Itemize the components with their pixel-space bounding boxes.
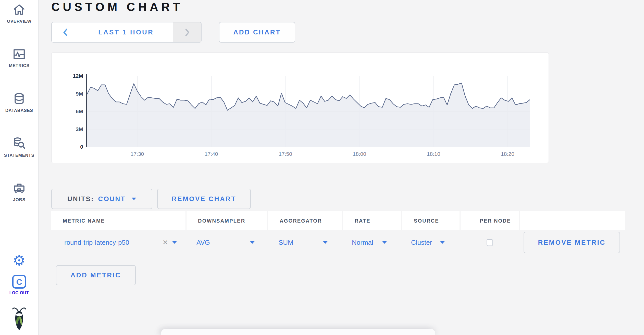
x-axis-tick-label: 18:00 xyxy=(344,151,375,157)
chevron-down-icon[interactable] xyxy=(172,241,177,244)
page-title: CUSTOM CHART xyxy=(51,0,183,14)
logout-label: LOG OUT xyxy=(0,291,38,295)
metric-name-select[interactable]: round-trip-latency-p50 ✕ xyxy=(51,239,185,247)
gear-icon: ⚙ xyxy=(13,252,26,268)
settings-button[interactable]: ⚙ xyxy=(0,253,38,268)
sidebar-item-label: OVERVIEW xyxy=(0,19,38,24)
home-icon xyxy=(13,4,25,16)
sidebar-item-jobs[interactable]: JOBS xyxy=(0,182,38,202)
column-header-actions xyxy=(520,211,625,230)
logout-button[interactable]: C LOG OUT xyxy=(0,275,38,295)
cockroach-bug-logo xyxy=(0,305,38,334)
timeseries-line-chart xyxy=(87,76,530,147)
select-controls: ✕ xyxy=(162,239,177,246)
chevron-down-icon xyxy=(323,241,328,244)
sidebar-item-label: METRICS xyxy=(0,63,38,68)
metric-row: round-trip-latency-p50 ✕ AVG SUM Normal xyxy=(51,230,625,255)
y-axis-tick-label: 9M xyxy=(62,91,83,97)
y-axis-tick-label: 12M xyxy=(62,73,83,79)
sidebar-item-label: DATABASES xyxy=(0,108,38,113)
metrics-table: METRIC NAME DOWNSAMPLER AGGREGATOR RATE … xyxy=(51,211,625,255)
column-header-source: SOURCE xyxy=(402,211,460,230)
clear-metric-icon[interactable]: ✕ xyxy=(162,239,168,246)
add-chart-button[interactable]: ADD CHART xyxy=(219,22,295,43)
sidebar-item-label: STATEMENTS xyxy=(0,153,38,158)
aggregator-dropdown[interactable]: SUM xyxy=(268,239,342,247)
next-card-shadow xyxy=(161,329,435,335)
statements-icon xyxy=(13,137,26,150)
main-content: CUSTOM CHART LAST 1 HOUR ADD CHART 12M9M… xyxy=(39,0,644,335)
y-axis-tick-label: 3M xyxy=(62,126,83,132)
remove-chart-button[interactable]: REMOVE CHART xyxy=(157,189,251,209)
y-axis-tick-label: 6M xyxy=(62,108,83,114)
time-window-selector: LAST 1 HOUR xyxy=(51,22,202,43)
chevron-left-icon xyxy=(62,28,69,37)
per-node-cell xyxy=(461,239,519,246)
column-header-rate: RATE xyxy=(343,211,401,230)
column-header-per-node: PER NODE xyxy=(461,211,519,230)
cockroach-bug-icon xyxy=(12,305,26,333)
x-axis-tick-label: 18:10 xyxy=(418,151,449,157)
rate-value: Normal xyxy=(352,239,373,247)
source-dropdown[interactable]: Cluster xyxy=(402,239,460,247)
metrics-icon xyxy=(13,48,25,60)
controls-row: LAST 1 HOUR ADD CHART xyxy=(51,22,295,43)
y-axis-line xyxy=(86,74,87,147)
sidebar-item-label: JOBS xyxy=(0,197,38,202)
add-metric-button[interactable]: ADD METRIC xyxy=(56,265,136,285)
chevron-right-icon xyxy=(184,28,191,37)
custom-chart-page: OVERVIEW METRICS DATABASES xyxy=(0,0,644,335)
metrics-table-header: METRIC NAME DOWNSAMPLER AGGREGATOR RATE … xyxy=(51,211,625,230)
time-window-next-button-disabled[interactable] xyxy=(173,22,201,42)
units-label: UNITS: xyxy=(67,195,94,203)
sidebar: OVERVIEW METRICS DATABASES xyxy=(0,0,39,335)
column-header-aggregator: AGGREGATOR xyxy=(268,211,342,230)
downsampler-dropdown[interactable]: AVG xyxy=(187,239,267,247)
briefcase-icon xyxy=(13,182,25,194)
series-area-fill xyxy=(87,83,530,147)
source-value: Cluster xyxy=(411,239,432,247)
downsampler-value: AVG xyxy=(196,239,210,247)
x-axis-tick-label: 17:50 xyxy=(270,151,301,157)
chevron-down-icon xyxy=(382,241,387,244)
time-window-prev-button[interactable] xyxy=(52,22,79,42)
column-header-metric-name: METRIC NAME xyxy=(51,211,185,230)
units-value: COUNT xyxy=(98,195,126,203)
x-axis-tick-label: 17:40 xyxy=(196,151,227,157)
x-axis-tick-label: 18:20 xyxy=(492,151,523,157)
remove-metric-button[interactable]: REMOVE METRIC xyxy=(524,232,620,253)
sidebar-item-statements[interactable]: STATEMENTS xyxy=(0,137,38,158)
custom-chart-card: 12M9M6M3M017:3017:4017:5018:0018:1018:20 xyxy=(51,53,549,163)
sidebar-item-databases[interactable]: DATABASES xyxy=(0,93,38,113)
chevron-down-icon xyxy=(132,198,136,200)
metric-name-value: round-trip-latency-p50 xyxy=(64,239,129,247)
sidebar-item-metrics[interactable]: METRICS xyxy=(0,48,38,68)
time-window-dropdown[interactable]: LAST 1 HOUR xyxy=(79,22,173,42)
chart-actions-row: UNITS: COUNT REMOVE CHART xyxy=(51,189,251,209)
chevron-down-icon xyxy=(440,241,445,244)
rate-dropdown[interactable]: Normal xyxy=(343,239,401,247)
per-node-checkbox[interactable] xyxy=(487,239,493,246)
aggregator-value: SUM xyxy=(279,239,293,247)
actions-cell: REMOVE METRIC xyxy=(520,232,625,253)
sidebar-item-overview[interactable]: OVERVIEW xyxy=(0,4,38,24)
x-axis-tick-label: 17:30 xyxy=(122,151,153,157)
y-axis-tick-label: 0 xyxy=(62,144,83,150)
cockroach-c-logo-icon: C xyxy=(12,275,26,289)
column-header-downsampler: DOWNSAMPLER xyxy=(187,211,267,230)
units-dropdown[interactable]: UNITS: COUNT xyxy=(51,189,152,209)
chevron-down-icon xyxy=(250,241,255,244)
database-icon xyxy=(13,93,25,105)
